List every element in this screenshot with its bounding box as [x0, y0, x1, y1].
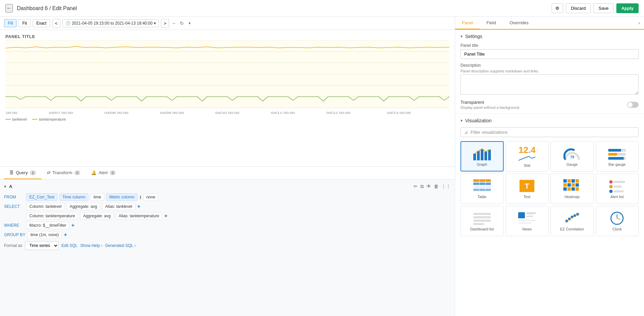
- svg-rect-61: [473, 213, 491, 215]
- svg-text:04/08 00:00: 04/08 00:00: [104, 111, 128, 114]
- edit-sql-button[interactable]: Edit SQL: [61, 243, 78, 248]
- fill-button[interactable]: Fill: [4, 19, 17, 27]
- svg-rect-53: [571, 187, 575, 191]
- table-viz-icon: [473, 179, 492, 193]
- tab-transform[interactable]: ⇄ Transform 0: [41, 167, 86, 179]
- svg-rect-43: [563, 179, 567, 183]
- from-value[interactable]: EZ_Corr_Test: [26, 193, 57, 201]
- svg-text:T: T: [525, 182, 530, 190]
- transparent-toggle[interactable]: [627, 102, 639, 108]
- edit-query-icon[interactable]: ✏: [414, 184, 418, 189]
- viz-card-news-label: News: [522, 227, 532, 231]
- text-viz-icon: T: [517, 179, 536, 193]
- news-viz-icon: [517, 211, 536, 226]
- viz-card-heatmap[interactable]: Heatmap: [551, 173, 594, 204]
- svg-rect-66: [526, 212, 536, 214]
- viz-card-table[interactable]: Table: [460, 173, 504, 204]
- delete-query-icon[interactable]: 🗑: [434, 184, 439, 189]
- add-select-1-button[interactable]: +: [137, 203, 140, 210]
- add-group-by-button[interactable]: +: [64, 232, 67, 238]
- time-column-value[interactable]: time: [90, 193, 104, 201]
- panel-title-group: Panel title: [460, 43, 639, 59]
- viz-card-stat[interactable]: 12.4 Stat: [506, 141, 549, 171]
- drag-query-icon[interactable]: ⋮⋮: [441, 184, 451, 189]
- tab-alert[interactable]: 🔔 Alert 0: [86, 167, 121, 179]
- generated-sql-button[interactable]: Generated SQL ›: [105, 243, 136, 248]
- viz-card-gauge[interactable]: 79 Gauge: [551, 141, 594, 171]
- exact-button[interactable]: Exact: [33, 19, 50, 27]
- format-select[interactable]: Time series: [25, 241, 59, 250]
- settings-section-label: Settings: [465, 34, 482, 39]
- more-options-button[interactable]: ▾: [187, 20, 192, 27]
- svg-rect-47: [563, 183, 567, 187]
- viz-card-text[interactable]: T Text: [506, 173, 549, 204]
- metric-column-value[interactable]: none: [143, 193, 159, 201]
- expand-right-panel-button[interactable]: ›: [634, 17, 644, 29]
- add-select-2-button[interactable]: +: [164, 213, 167, 219]
- query-editor: ▾ A ✏ ⧉ 👁 🗑 ⋮⋮ FROM EZ_Corr_Test Time co…: [0, 180, 455, 316]
- filter-visualizations[interactable]: ⊿ Filter visualizations: [460, 127, 639, 137]
- right-panel-tabs: Panel Field Overrides ›: [455, 17, 644, 30]
- discard-button[interactable]: Discard: [566, 3, 591, 13]
- svg-rect-62: [473, 216, 491, 218]
- time-column-key[interactable]: Time column: [59, 193, 88, 201]
- metric-column-info-icon[interactable]: ℹ: [140, 195, 141, 200]
- select-row-1: SELECT Column: tanklevel Aggregate: avg …: [4, 203, 451, 210]
- settings-section-header[interactable]: ▾ Settings: [460, 34, 639, 39]
- select-alias-2[interactable]: Alias: tanktemperature: [116, 212, 162, 220]
- fit-button[interactable]: Fit: [19, 19, 30, 27]
- tab-overrides[interactable]: Overrides: [503, 17, 535, 30]
- show-help-button[interactable]: Show Help ›: [80, 243, 102, 248]
- select-row-2: Column: tanktemperature Aggregate: avg A…: [4, 212, 451, 220]
- viz-section-header[interactable]: ▾ Visualization: [460, 118, 639, 123]
- viz-card-stat-label: Stat: [524, 163, 530, 167]
- metric-column-key[interactable]: Metric column: [106, 193, 138, 201]
- chart-title: PANEL TITLE: [5, 34, 449, 39]
- select-alias-1[interactable]: Alias: tanklevel: [102, 203, 135, 210]
- viz-card-ez-correlation[interactable]: EZ Correlation: [551, 206, 594, 236]
- where-macro[interactable]: Macro: $__timeFilter: [26, 222, 69, 229]
- chart-area: 0 5 10 15 20 25 30 04/06 00:00 04/07 00:…: [5, 40, 449, 115]
- settings-section: ▾ Settings Panel title Description Panel…: [455, 30, 644, 114]
- hide-query-icon[interactable]: 👁: [426, 184, 431, 189]
- time-range-picker[interactable]: 🕐 2021-04-05 19:15:00 to 2021-04-13 18:4…: [62, 19, 159, 27]
- settings-button[interactable]: ⚙: [552, 3, 563, 13]
- format-row: Format as Time series Edit SQL Show Help…: [4, 241, 451, 250]
- legend-item-tanktemperature: tanktemperature: [32, 117, 66, 121]
- tab-field[interactable]: Field: [480, 17, 503, 30]
- viz-card-graph[interactable]: Graph: [460, 141, 504, 171]
- viz-card-bar-gauge[interactable]: Bar gauge: [596, 141, 639, 171]
- stat-viz-number: 12.4: [519, 146, 536, 154]
- add-where-button[interactable]: +: [71, 222, 74, 228]
- svg-rect-50: [576, 183, 579, 187]
- tab-query[interactable]: 🗄 Query 1: [4, 167, 41, 179]
- chart-toolbar: Fill Fit Exact < 🕐 2021-04-05 19:15:00 t…: [0, 17, 455, 30]
- panel-title-input[interactable]: [460, 49, 639, 59]
- select-agg-1[interactable]: Aggregate: avg: [66, 203, 100, 210]
- viz-card-news[interactable]: News: [506, 206, 549, 236]
- tab-panel[interactable]: Panel: [455, 17, 480, 30]
- description-input[interactable]: [460, 74, 639, 95]
- viz-card-dashboard-list[interactable]: Dashboard list: [460, 206, 504, 236]
- viz-card-clock[interactable]: Clock: [596, 206, 639, 236]
- main-layout: Fill Fit Exact < 🕐 2021-04-05 19:15:00 t…: [0, 17, 644, 316]
- svg-text:04/10 00:00: 04/10 00:00: [215, 111, 239, 114]
- viz-card-alert-list[interactable]: Alert list: [596, 173, 639, 204]
- time-range-value: 2021-04-05 19:15:00 to 2021-04-13 18:40:…: [72, 21, 153, 26]
- select-agg-2[interactable]: Aggregate: avg: [80, 212, 113, 220]
- refresh-button[interactable]: ↻: [178, 19, 185, 27]
- svg-rect-67: [526, 216, 533, 217]
- nav-left-button[interactable]: <: [52, 19, 60, 28]
- tab-transform-label: Transform: [53, 170, 73, 175]
- apply-button[interactable]: Apply: [616, 3, 639, 13]
- save-button[interactable]: Save: [593, 3, 614, 13]
- svg-rect-34: [608, 157, 624, 160]
- back-button[interactable]: ←: [5, 4, 13, 12]
- query-collapse-icon[interactable]: ▾: [4, 184, 6, 189]
- nav-right-button[interactable]: >: [161, 19, 169, 28]
- copy-query-icon[interactable]: ⧉: [420, 184, 424, 189]
- select-col-2[interactable]: Column: tanktemperature: [26, 212, 78, 220]
- group-by-value[interactable]: time (1m, none): [27, 231, 62, 239]
- zoom-out-button[interactable]: −: [171, 19, 176, 27]
- select-col-1[interactable]: Column: tanklevel: [26, 203, 64, 210]
